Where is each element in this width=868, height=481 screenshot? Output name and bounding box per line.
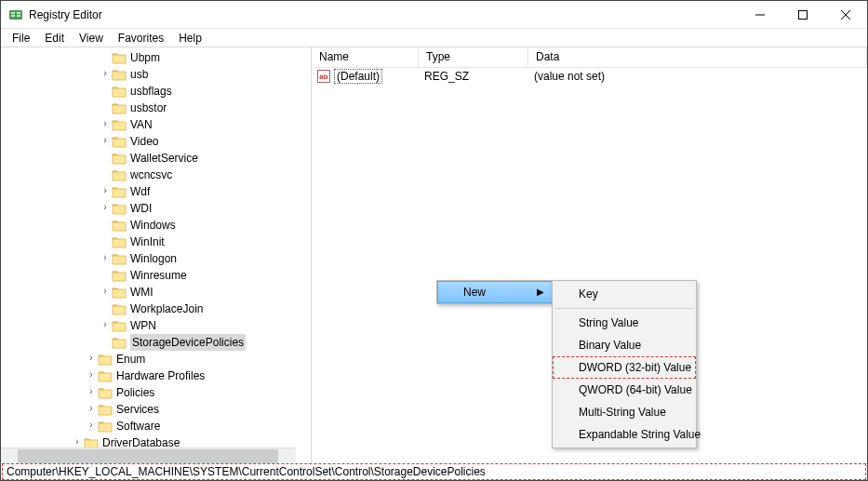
minimize-button[interactable]	[739, 1, 781, 29]
menu-new-binary[interactable]: Binary Value	[553, 334, 696, 356]
values-list[interactable]: ab (Default) REG_SZ (value not set)	[312, 68, 867, 85]
menu-help[interactable]: Help	[171, 31, 209, 46]
string-value-icon: ab	[317, 70, 330, 83]
expand-icon[interactable]: ›	[85, 400, 98, 417]
expand-icon[interactable]: ›	[85, 417, 98, 434]
tree-item[interactable]: Windows	[1, 217, 311, 234]
tree-item[interactable]: ›Software	[1, 418, 311, 434]
tree-item[interactable]: WinInit	[1, 234, 311, 250]
tree-item[interactable]: ›Hardware Profiles	[1, 367, 311, 384]
expand-icon[interactable]: ›	[99, 199, 112, 216]
tree-item[interactable]: ›VAN	[1, 116, 311, 133]
tree-item-label: Ubpm	[130, 49, 160, 66]
tree-item[interactable]: ›Video	[1, 133, 311, 150]
folder-icon	[98, 386, 113, 399]
svg-rect-2	[11, 15, 15, 17]
maximize-button[interactable]	[781, 1, 824, 29]
expand-icon[interactable]: ›	[85, 367, 98, 383]
close-icon	[841, 10, 850, 20]
scrollbar-thumb[interactable]	[18, 449, 278, 463]
expand-icon[interactable]: ›	[99, 249, 112, 266]
column-data[interactable]: Data	[528, 47, 867, 67]
tree-item[interactable]: ›WDI	[1, 200, 311, 217]
expand-icon[interactable]: ›	[99, 65, 112, 82]
app-icon	[8, 7, 23, 22]
tree-item[interactable]: ›WMI	[1, 284, 311, 301]
menu-favorites[interactable]: Favorites	[111, 31, 171, 46]
tree-item-label: DriverDatabase	[102, 434, 180, 448]
folder-icon	[112, 286, 127, 299]
tree-item[interactable]: ›DriverDatabase	[1, 434, 311, 448]
tree-item-label: Wdf	[130, 183, 150, 200]
tree-item[interactable]: ›WPN	[1, 317, 311, 334]
menu-new-qword[interactable]: QWORD (64-bit) Value	[553, 379, 696, 401]
menu-new-dword[interactable]: DWORD (32-bit) Value	[553, 356, 696, 379]
submenu-arrow-icon: ▶	[537, 287, 544, 297]
tree-item[interactable]: WalletService	[1, 150, 311, 167]
expand-icon[interactable]: ›	[85, 383, 98, 400]
tree-item-label: Services	[116, 401, 159, 418]
tree-item[interactable]: ›Winlogon	[1, 250, 311, 267]
folder-icon	[112, 85, 127, 98]
tree-item[interactable]: ›Wdf	[1, 183, 311, 200]
column-name[interactable]: Name	[312, 47, 419, 67]
expand-icon[interactable]: ›	[99, 115, 112, 132]
tree-item[interactable]: Ubpm	[1, 49, 311, 66]
tree-item-label: wcncsvc	[130, 167, 172, 183]
value-type: REG_SZ	[417, 70, 527, 83]
folder-icon	[98, 420, 113, 433]
menu-file[interactable]: File	[5, 31, 37, 46]
tree-item-label: usbflags	[130, 83, 172, 100]
tree-item[interactable]: wcncsvc	[1, 167, 311, 183]
window-title: Registry Editor	[29, 8, 102, 21]
expand-icon[interactable]: ›	[99, 132, 112, 149]
tree-item-label: usbstor	[130, 100, 167, 116]
menu-new-string[interactable]: String Value	[553, 312, 696, 334]
menu-new-multistring[interactable]: Multi-String Value	[553, 401, 696, 423]
value-row[interactable]: ab (Default) REG_SZ (value not set)	[312, 68, 867, 85]
expand-icon[interactable]: ›	[99, 182, 112, 199]
tree-item-label: WMI	[130, 284, 154, 301]
tree-horizontal-scrollbar[interactable]	[1, 448, 296, 463]
tree-item[interactable]: ›usb	[1, 66, 311, 83]
menu-separator	[554, 308, 694, 309]
tree-item-label: Video	[130, 133, 158, 150]
expand-icon[interactable]: ›	[99, 283, 112, 300]
menu-edit[interactable]: Edit	[37, 31, 72, 46]
tree-item-label: Enum	[116, 351, 145, 367]
tree-item[interactable]: WorkplaceJoin	[1, 301, 311, 317]
tree-item[interactable]: Winresume	[1, 267, 311, 284]
close-button[interactable]	[824, 1, 867, 29]
folder-icon	[112, 302, 127, 315]
tree-item-label: Windows	[130, 217, 176, 234]
registry-tree[interactable]: Ubpm›usbusbflagsusbstor›VAN›VideoWalletS…	[1, 47, 311, 448]
tree-item-label: WinInit	[130, 234, 165, 250]
folder-icon	[112, 68, 127, 81]
tree-item[interactable]: StorageDevicePolicies	[1, 334, 311, 351]
title-bar: Registry Editor	[1, 1, 867, 29]
tree-item[interactable]: ›Services	[1, 401, 311, 418]
tree-item[interactable]: ›Policies	[1, 384, 311, 401]
folder-icon	[112, 101, 127, 114]
column-type[interactable]: Type	[419, 47, 528, 67]
tree-item-label: Winresume	[130, 267, 187, 284]
menu-new-expandstring[interactable]: Expandable String Value	[553, 423, 696, 446]
folder-icon	[98, 369, 113, 382]
expand-icon[interactable]: ›	[85, 350, 98, 367]
tree-item[interactable]: usbstor	[1, 100, 311, 116]
folder-icon	[112, 185, 127, 198]
tree-item-label: StorageDevicePolicies	[130, 334, 246, 351]
menu-new-key[interactable]: Key	[553, 283, 696, 305]
folder-icon	[112, 319, 127, 332]
tree-item[interactable]: ›Enum	[1, 351, 311, 367]
folder-icon	[112, 269, 127, 282]
svg-rect-6	[799, 10, 808, 19]
tree-item-label: WalletService	[130, 150, 198, 167]
expand-icon[interactable]: ›	[71, 434, 84, 448]
folder-icon	[112, 168, 127, 181]
tree-item[interactable]: usbflags	[1, 83, 311, 100]
menu-view[interactable]: View	[72, 31, 111, 46]
context-menu-new[interactable]: New ▶	[437, 281, 553, 303]
tree-item-label: Policies	[116, 384, 154, 401]
expand-icon[interactable]: ›	[99, 316, 112, 333]
